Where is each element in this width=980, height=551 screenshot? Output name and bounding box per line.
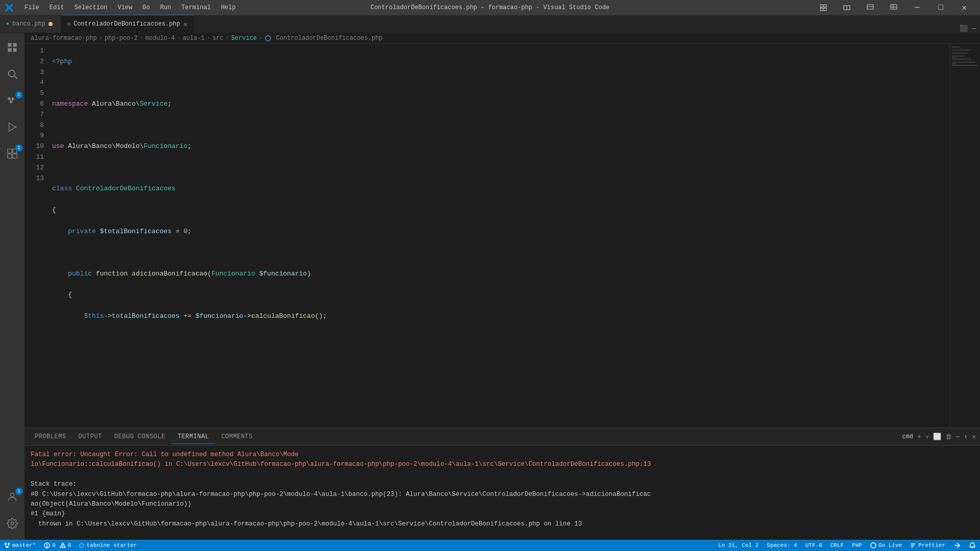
code-content[interactable]: <?php namespace Alura\Banco\Service; use… bbox=[50, 44, 949, 428]
status-position[interactable]: Ln 21, Col 2 bbox=[714, 542, 763, 548]
svg-rect-18 bbox=[13, 154, 17, 158]
breadcrumb-item-2[interactable]: modulo-4 bbox=[145, 35, 175, 42]
kill-terminal-icon[interactable]: 🗑 bbox=[945, 433, 952, 441]
add-terminal-icon[interactable]: + bbox=[917, 433, 921, 441]
status-warnings-count: 0 bbox=[68, 542, 71, 548]
mini-line-12 bbox=[952, 63, 956, 64]
maximize-button[interactable]: □ bbox=[929, 0, 952, 15]
panel-tab-debug[interactable]: DEBUG CONSOLE bbox=[108, 430, 172, 443]
menu-go[interactable]: Go bbox=[138, 3, 154, 12]
activity-run-debug[interactable] bbox=[0, 115, 24, 139]
statusbar-right: Ln 21, Col 2 Spaces: 4 UTF-8 CRLF PHP Go… bbox=[714, 542, 980, 549]
menu-help[interactable]: Help bbox=[217, 3, 240, 12]
activity-source-control[interactable]: 1 bbox=[0, 88, 24, 113]
code-line-2 bbox=[52, 78, 949, 88]
layout-icon-1[interactable] bbox=[812, 0, 835, 15]
status-position-label: Ln 21, Col 2 bbox=[718, 542, 758, 548]
more-actions-icon[interactable]: ⋯ bbox=[972, 24, 976, 33]
layout-icon-3[interactable] bbox=[859, 0, 882, 15]
tabbar: ● banco.php ◎ ControladorDeBonificacoes.… bbox=[0, 15, 980, 33]
status-line-ending[interactable]: CRLF bbox=[826, 542, 848, 548]
status-spaces-label: Spaces: 4 bbox=[767, 542, 797, 548]
menu-terminal[interactable]: Terminal bbox=[177, 3, 215, 12]
close-button[interactable]: ✕ bbox=[952, 0, 976, 15]
panel-tab-comments[interactable]: COMMENTS bbox=[215, 430, 259, 443]
split-terminal-icon[interactable]: ⬜ bbox=[933, 433, 941, 441]
breadcrumb-sep-4: › bbox=[226, 35, 229, 42]
breadcrumb-item-3[interactable]: aula-1 bbox=[183, 35, 205, 42]
line-num-10: 10 bbox=[24, 141, 44, 152]
tab-close-controlador[interactable]: ✕ bbox=[183, 20, 187, 29]
panel-actions: cmd + ∨ ⬜ 🗑 ⋯ ⬆ ✕ bbox=[902, 433, 976, 441]
status-prettier[interactable]: Prettier bbox=[906, 542, 949, 548]
svg-rect-15 bbox=[8, 149, 12, 153]
menu-selection[interactable]: Selection bbox=[70, 3, 112, 12]
svg-point-20 bbox=[11, 522, 14, 525]
status-branch[interactable]: master* bbox=[0, 542, 40, 548]
status-spaces[interactable]: Spaces: 4 bbox=[763, 542, 801, 548]
breadcrumb-item-0[interactable]: alura-formacao-php bbox=[31, 35, 97, 42]
terminal-line-3 bbox=[31, 470, 974, 480]
panel-close-icon[interactable]: ✕ bbox=[972, 433, 976, 441]
menu-view[interactable]: View bbox=[113, 3, 136, 12]
terminal-content[interactable]: Fatal error: Uncaught Error: Call to und… bbox=[24, 446, 980, 540]
breadcrumb-item-1[interactable]: php-poo-2 bbox=[105, 35, 138, 42]
breadcrumb-item-6[interactable]: ControladorDeBonificacoes.php bbox=[265, 35, 383, 42]
terminal-line-2: lo\Funcionario::calculaBonificao() in C:… bbox=[31, 460, 974, 469]
panel-tab-problems[interactable]: PROBLEMS bbox=[29, 430, 72, 443]
status-go-live[interactable]: Go Live bbox=[866, 542, 906, 548]
svg-rect-3 bbox=[824, 8, 826, 11]
svg-rect-17 bbox=[8, 154, 12, 158]
status-prettier-label: Prettier bbox=[918, 542, 945, 548]
layout-icon-4[interactable] bbox=[882, 0, 905, 15]
tab-modified-banco bbox=[48, 22, 53, 26]
mini-line-5 bbox=[952, 53, 968, 54]
tab-label-controlador: ControladorDeBonificacoes.php bbox=[74, 20, 180, 28]
tab-controlador[interactable]: ◎ ControladorDeBonificacoes.php ✕ bbox=[61, 15, 194, 33]
status-errors[interactable]: 0 0 bbox=[40, 542, 75, 548]
minimap bbox=[949, 44, 980, 428]
breadcrumb-item-4[interactable]: src bbox=[212, 35, 224, 42]
layout-icon-2[interactable] bbox=[835, 0, 859, 15]
code-line-11: public function adicionaBonificacao(Func… bbox=[52, 269, 949, 280]
tab-label-banco: banco.php bbox=[12, 20, 45, 28]
status-bell-icon[interactable] bbox=[965, 542, 980, 549]
activity-settings[interactable] bbox=[0, 511, 24, 536]
activity-accounts[interactable]: 1 bbox=[0, 485, 24, 509]
tabbar-actions: ⬛ ⋯ bbox=[960, 24, 980, 33]
line-num-13: 13 bbox=[24, 173, 44, 184]
mini-line-9 bbox=[952, 59, 971, 60]
line-num-12: 12 bbox=[24, 163, 44, 173]
breadcrumb-sep-0: › bbox=[99, 35, 103, 42]
titlebar-left: File Edit Selection View Go Run Terminal… bbox=[4, 3, 240, 13]
menu-edit[interactable]: Edit bbox=[45, 3, 68, 12]
tab-banco[interactable]: ● banco.php bbox=[0, 15, 61, 33]
terminal-line-7: #1 {main} bbox=[31, 509, 974, 519]
status-encoding[interactable]: UTF-8 bbox=[801, 542, 826, 548]
code-line-8: { bbox=[52, 205, 949, 216]
menu-file[interactable]: File bbox=[20, 3, 43, 12]
minimize-button[interactable]: ─ bbox=[905, 0, 929, 15]
breadcrumb-item-5[interactable]: Service bbox=[231, 35, 257, 42]
tab-icon-banco: ● bbox=[6, 21, 9, 27]
status-language[interactable]: PHP bbox=[848, 542, 866, 548]
vscode-icon bbox=[4, 3, 14, 13]
panel-tab-terminal[interactable]: TERMINAL bbox=[172, 430, 215, 444]
mini-line-11 bbox=[952, 62, 975, 63]
terminal-dropdown-icon[interactable]: ∨ bbox=[925, 434, 928, 440]
source-control-badge: 1 bbox=[15, 91, 22, 98]
split-editor-icon[interactable]: ⬛ bbox=[960, 24, 968, 33]
menu-run[interactable]: Run bbox=[156, 3, 176, 12]
svg-point-11 bbox=[9, 70, 15, 77]
activity-explorer[interactable] bbox=[0, 35, 24, 60]
content-area: 1 1 1 alura-formac bbox=[0, 33, 980, 540]
panel-maximize-icon[interactable]: ⬆ bbox=[964, 433, 968, 441]
code-editor[interactable]: 1 2 3 4 5 6 7 8 9 10 11 12 13 <?php name… bbox=[24, 44, 980, 428]
status-tabnine[interactable]: ⬡ tabnine starter bbox=[75, 542, 141, 549]
panel-tab-output[interactable]: OUTPUT bbox=[72, 430, 108, 443]
svg-point-19 bbox=[10, 493, 14, 497]
status-remote-icon[interactable] bbox=[949, 542, 965, 549]
activity-extensions[interactable]: 1 bbox=[0, 141, 24, 166]
terminal-more-icon[interactable]: ⋯ bbox=[956, 433, 960, 441]
activity-search[interactable] bbox=[0, 62, 24, 86]
